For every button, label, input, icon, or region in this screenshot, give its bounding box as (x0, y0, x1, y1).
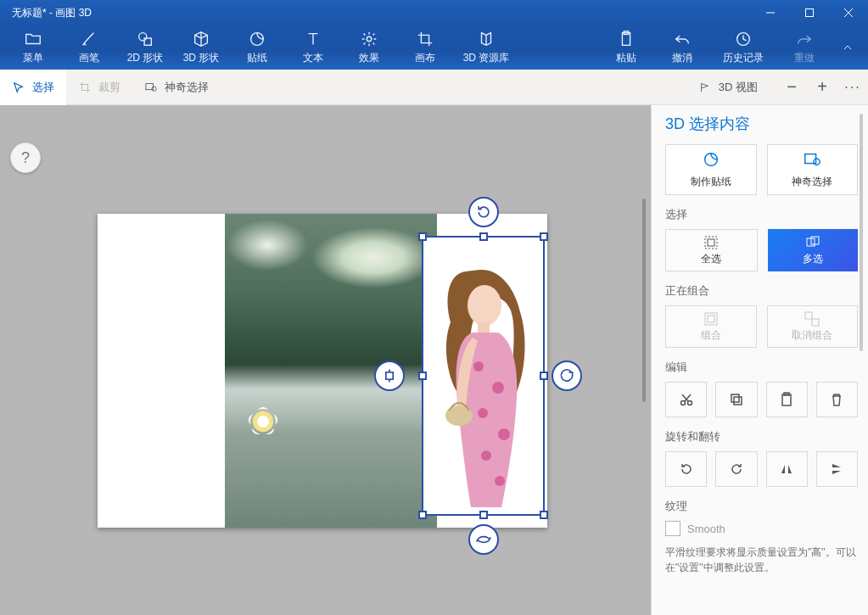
svg-rect-36 (782, 394, 791, 405)
library-icon (477, 30, 496, 48)
multi-select-button[interactable]: 多选 (768, 229, 859, 271)
svg-rect-22 (805, 154, 816, 164)
resize-handle-se[interactable] (540, 511, 548, 519)
zoom-out-button[interactable]: − (776, 70, 807, 105)
window-minimize-button[interactable] (751, 0, 790, 25)
flip-vertical-button[interactable] (816, 451, 858, 487)
ribbon-effect-label: 效果 (359, 51, 379, 65)
paste-button[interactable] (766, 382, 808, 417)
resize-handle-s[interactable] (479, 511, 488, 519)
copy-button[interactable] (715, 382, 757, 417)
ribbon-undo-button[interactable]: 撤消 (654, 25, 710, 70)
ribbon: 菜单 画笔 2D 形状 3D 形状 贴纸 文本 效果 画布 3D 资源库 粘贴 (0, 25, 868, 70)
select-all-label: 全选 (701, 252, 721, 266)
flip-horizontal-button[interactable] (766, 451, 808, 487)
tool-magic-select[interactable]: 神奇选择 (132, 70, 221, 105)
select-section-label: 选择 (665, 207, 858, 222)
ribbon-canvas-button[interactable]: 画布 (397, 25, 453, 70)
resize-handle-sw[interactable] (418, 511, 427, 519)
svg-rect-35 (734, 397, 742, 405)
tool-crop[interactable]: 裁剪 (66, 70, 132, 105)
ribbon-3d-library-button[interactable]: 3D 资源库 (453, 25, 519, 70)
ribbon-paste-label: 粘贴 (616, 51, 636, 65)
svg-rect-29 (708, 316, 714, 322)
ungroup-button[interactable]: 取消组合 (767, 305, 859, 348)
texture-section-label: 纹理 (665, 499, 858, 514)
rotate-z-control[interactable] (468, 197, 499, 227)
ribbon-brush-button[interactable]: 画笔 (61, 25, 117, 70)
rotate-cw-button[interactable] (715, 451, 757, 487)
ribbon-paste-button[interactable]: 粘贴 (598, 25, 654, 70)
rotate-ccw-button[interactable] (665, 451, 707, 487)
ribbon-text-button[interactable]: 文本 (285, 25, 341, 70)
group-button[interactable]: 组合 (665, 305, 757, 348)
tool-select[interactable]: 选择 (0, 70, 66, 105)
depth-control[interactable] (374, 361, 405, 391)
panel-title: 3D 选择内容 (665, 114, 858, 134)
resize-handle-w[interactable] (418, 372, 427, 380)
magic-select-card[interactable]: 神奇选择 (767, 144, 859, 195)
svg-rect-20 (386, 372, 393, 379)
ribbon-sticker-button[interactable]: 贴纸 (229, 25, 285, 70)
multi-select-icon (805, 235, 820, 250)
smooth-label: Smooth (687, 523, 725, 535)
view-3d-toggle[interactable]: 3D 视图 (686, 70, 776, 105)
smooth-checkbox[interactable] (665, 521, 680, 536)
smooth-checkbox-row[interactable]: Smooth (665, 521, 858, 536)
ribbon-effect-button[interactable]: 效果 (341, 25, 397, 70)
svg-point-1 (139, 33, 147, 41)
ribbon-3d-shapes-button[interactable]: 3D 形状 (173, 25, 229, 70)
canvas-area[interactable]: ? (0, 105, 651, 615)
zoom-in-button[interactable]: + (807, 70, 837, 105)
undo-icon (673, 30, 692, 48)
ribbon-history-button[interactable]: 历史记录 (710, 25, 776, 70)
help-button[interactable]: ? (10, 143, 41, 173)
canvas-scrollbar[interactable] (642, 198, 646, 402)
text-icon (304, 30, 322, 48)
ribbon-sticker-label: 贴纸 (247, 51, 267, 65)
flag-icon (698, 81, 712, 94)
svg-point-10 (468, 285, 501, 326)
svg-point-12 (473, 361, 484, 372)
magic-select-icon (144, 81, 158, 94)
svg-rect-28 (705, 313, 717, 325)
cut-button[interactable] (665, 382, 707, 417)
cube-icon (192, 30, 210, 48)
ribbon-collapse-button[interactable] (832, 25, 863, 70)
svg-point-32 (680, 401, 685, 405)
select-all-button[interactable]: 全选 (665, 229, 758, 271)
ribbon-2d-shapes-button[interactable]: 2D 形状 (117, 25, 173, 70)
resize-handle-e[interactable] (540, 372, 548, 380)
ribbon-menu-button[interactable]: 菜单 (5, 25, 61, 70)
svg-point-14 (478, 408, 488, 418)
ribbon-canvas-label: 画布 (415, 51, 435, 65)
svg-rect-0 (806, 9, 814, 17)
resize-handle-n[interactable] (479, 232, 488, 241)
select-all-icon (703, 235, 719, 250)
window-close-button[interactable] (829, 0, 868, 25)
window-title: 无标题* - 画图 3D (12, 6, 751, 20)
rotate-y-control[interactable] (552, 361, 582, 391)
svg-rect-11 (478, 322, 490, 334)
resize-handle-nw[interactable] (418, 232, 427, 241)
grouping-section-label: 正在组合 (665, 283, 858, 299)
folder-icon (24, 30, 42, 48)
window-maximize-button[interactable] (790, 0, 829, 25)
make-sticker-card[interactable]: 制作贴纸 (665, 144, 757, 195)
svg-point-23 (814, 159, 820, 165)
rotate-xy-control[interactable] (468, 524, 499, 555)
resize-handle-ne[interactable] (540, 232, 548, 241)
more-button[interactable]: ··· (837, 80, 868, 95)
sun-icon (360, 30, 378, 48)
workspace: ? (0, 105, 868, 615)
panel-scrollbar[interactable] (860, 114, 863, 351)
ribbon-redo-button[interactable]: 重做 (776, 25, 832, 70)
ungroup-label: 取消组合 (792, 328, 832, 343)
selection-box[interactable] (422, 236, 545, 516)
delete-button[interactable] (816, 382, 858, 417)
cursor-icon (12, 81, 25, 94)
redo-icon (795, 30, 814, 48)
rotate-section-label: 旋转和翻转 (665, 429, 858, 444)
svg-rect-24 (705, 237, 717, 249)
ribbon-3dlib-label: 3D 资源库 (463, 51, 510, 65)
